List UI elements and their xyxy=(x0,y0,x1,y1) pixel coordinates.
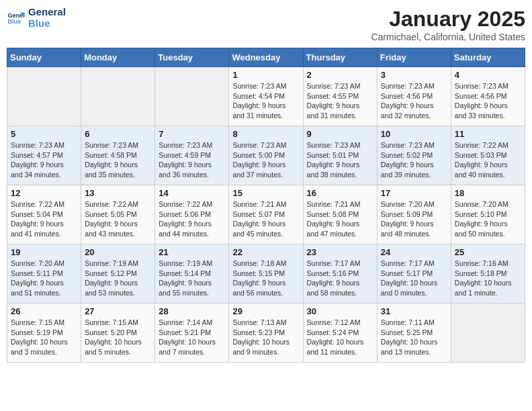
calendar-body: 1Sunrise: 7:23 AMSunset: 4:54 PMDaylight… xyxy=(7,67,525,363)
calendar-cell: 25Sunrise: 7:16 AMSunset: 5:18 PMDayligh… xyxy=(451,244,525,304)
day-number: 9 xyxy=(307,129,373,139)
calendar-cell: 8Sunrise: 7:23 AMSunset: 5:00 PMDaylight… xyxy=(229,126,303,185)
calendar-cell xyxy=(7,67,81,126)
calendar-cell: 30Sunrise: 7:12 AMSunset: 5:24 PMDayligh… xyxy=(303,304,377,363)
day-number: 16 xyxy=(307,188,373,198)
day-info: Sunrise: 7:23 AMSunset: 4:55 PMDaylight:… xyxy=(307,81,373,121)
calendar-week-row: 26Sunrise: 7:15 AMSunset: 5:19 PMDayligh… xyxy=(7,304,525,363)
day-number: 26 xyxy=(11,306,77,316)
calendar-cell: 9Sunrise: 7:23 AMSunset: 5:01 PMDaylight… xyxy=(303,126,377,185)
day-number: 28 xyxy=(159,306,225,316)
calendar-week-row: 12Sunrise: 7:22 AMSunset: 5:04 PMDayligh… xyxy=(7,185,525,244)
calendar-cell: 16Sunrise: 7:21 AMSunset: 5:08 PMDayligh… xyxy=(303,185,377,244)
weekday-header: Friday xyxy=(377,48,451,67)
calendar-cell: 10Sunrise: 7:23 AMSunset: 5:02 PMDayligh… xyxy=(377,126,451,185)
day-info: Sunrise: 7:20 AMSunset: 5:10 PMDaylight:… xyxy=(455,199,521,239)
day-info: Sunrise: 7:23 AMSunset: 5:02 PMDaylight:… xyxy=(381,140,447,180)
page-header: General Blue General Blue January 2025 C… xyxy=(7,7,525,42)
day-info: Sunrise: 7:22 AMSunset: 5:05 PMDaylight:… xyxy=(85,199,151,239)
calendar-cell: 29Sunrise: 7:13 AMSunset: 5:23 PMDayligh… xyxy=(229,304,303,363)
day-info: Sunrise: 7:22 AMSunset: 5:04 PMDaylight:… xyxy=(11,199,77,239)
day-info: Sunrise: 7:18 AMSunset: 5:15 PMDaylight:… xyxy=(232,259,299,298)
day-number: 24 xyxy=(381,247,447,257)
day-number: 14 xyxy=(159,188,225,198)
day-number: 4 xyxy=(455,70,521,80)
day-info: Sunrise: 7:23 AMSunset: 4:57 PMDaylight:… xyxy=(11,140,77,180)
calendar-cell: 24Sunrise: 7:17 AMSunset: 5:17 PMDayligh… xyxy=(377,244,451,304)
calendar-cell: 31Sunrise: 7:11 AMSunset: 5:25 PMDayligh… xyxy=(377,304,451,363)
day-number: 17 xyxy=(381,188,447,198)
calendar-cell xyxy=(155,67,229,126)
day-number: 27 xyxy=(85,306,151,316)
calendar-cell: 15Sunrise: 7:21 AMSunset: 5:07 PMDayligh… xyxy=(229,185,303,244)
day-number: 22 xyxy=(232,247,299,257)
location: Carmichael, California, United States xyxy=(371,32,525,42)
day-number: 1 xyxy=(232,70,299,80)
calendar-cell: 12Sunrise: 7:22 AMSunset: 5:04 PMDayligh… xyxy=(7,185,81,244)
day-number: 5 xyxy=(11,129,77,139)
calendar-cell: 3Sunrise: 7:23 AMSunset: 4:56 PMDaylight… xyxy=(377,67,451,126)
day-info: Sunrise: 7:23 AMSunset: 4:59 PMDaylight:… xyxy=(159,140,225,180)
day-info: Sunrise: 7:23 AMSunset: 5:00 PMDaylight:… xyxy=(232,140,299,180)
calendar-cell: 20Sunrise: 7:19 AMSunset: 5:12 PMDayligh… xyxy=(81,244,155,304)
day-number: 20 xyxy=(85,247,151,257)
calendar-cell: 21Sunrise: 7:19 AMSunset: 5:14 PMDayligh… xyxy=(155,244,229,304)
weekday-header: Sunday xyxy=(7,48,81,67)
day-info: Sunrise: 7:14 AMSunset: 5:21 PMDaylight:… xyxy=(159,318,225,357)
day-number: 7 xyxy=(159,129,225,139)
day-number: 19 xyxy=(11,247,77,257)
day-number: 10 xyxy=(381,129,447,139)
calendar-cell: 13Sunrise: 7:22 AMSunset: 5:05 PMDayligh… xyxy=(81,185,155,244)
calendar-cell: 5Sunrise: 7:23 AMSunset: 4:57 PMDaylight… xyxy=(7,126,81,185)
logo-blue: Blue xyxy=(28,18,66,30)
day-info: Sunrise: 7:19 AMSunset: 5:12 PMDaylight:… xyxy=(85,259,151,298)
calendar-cell: 6Sunrise: 7:23 AMSunset: 4:58 PMDaylight… xyxy=(81,126,155,185)
day-info: Sunrise: 7:20 AMSunset: 5:09 PMDaylight:… xyxy=(381,199,447,239)
calendar-week-row: 1Sunrise: 7:23 AMSunset: 4:54 PMDaylight… xyxy=(7,67,525,126)
day-number: 12 xyxy=(11,188,77,198)
calendar-cell: 26Sunrise: 7:15 AMSunset: 5:19 PMDayligh… xyxy=(7,304,81,363)
weekday-row: SundayMondayTuesdayWednesdayThursdayFrid… xyxy=(7,48,525,67)
day-info: Sunrise: 7:23 AMSunset: 5:01 PMDaylight:… xyxy=(307,140,373,180)
weekday-header: Saturday xyxy=(451,48,525,67)
day-number: 18 xyxy=(455,188,521,198)
calendar-table: SundayMondayTuesdayWednesdayThursdayFrid… xyxy=(7,48,525,363)
calendar-cell: 1Sunrise: 7:23 AMSunset: 4:54 PMDaylight… xyxy=(229,67,303,126)
day-info: Sunrise: 7:19 AMSunset: 5:14 PMDaylight:… xyxy=(159,259,225,298)
calendar-header: SundayMondayTuesdayWednesdayThursdayFrid… xyxy=(7,48,525,67)
calendar-cell: 11Sunrise: 7:22 AMSunset: 5:03 PMDayligh… xyxy=(451,126,525,185)
day-info: Sunrise: 7:23 AMSunset: 4:56 PMDaylight:… xyxy=(381,81,447,121)
day-info: Sunrise: 7:23 AMSunset: 4:56 PMDaylight:… xyxy=(455,81,521,121)
day-info: Sunrise: 7:22 AMSunset: 5:03 PMDaylight:… xyxy=(455,140,521,180)
day-number: 2 xyxy=(307,70,373,80)
day-info: Sunrise: 7:15 AMSunset: 5:20 PMDaylight:… xyxy=(85,318,151,357)
weekday-header: Tuesday xyxy=(155,48,229,67)
calendar-cell: 2Sunrise: 7:23 AMSunset: 4:55 PMDaylight… xyxy=(303,67,377,126)
day-number: 3 xyxy=(381,70,447,80)
calendar-cell: 4Sunrise: 7:23 AMSunset: 4:56 PMDaylight… xyxy=(451,67,525,126)
calendar-cell xyxy=(451,304,525,363)
day-info: Sunrise: 7:23 AMSunset: 4:54 PMDaylight:… xyxy=(232,81,299,121)
weekday-header: Thursday xyxy=(303,48,377,67)
day-number: 6 xyxy=(85,129,151,139)
day-number: 29 xyxy=(232,306,299,316)
logo: General Blue General Blue xyxy=(7,7,66,29)
day-info: Sunrise: 7:16 AMSunset: 5:18 PMDaylight:… xyxy=(455,259,521,298)
day-info: Sunrise: 7:21 AMSunset: 5:08 PMDaylight:… xyxy=(307,199,373,239)
day-number: 8 xyxy=(232,129,299,139)
day-number: 25 xyxy=(455,247,521,257)
calendar-week-row: 19Sunrise: 7:20 AMSunset: 5:11 PMDayligh… xyxy=(7,244,525,304)
title-block: January 2025 Carmichael, California, Uni… xyxy=(371,7,525,42)
day-info: Sunrise: 7:17 AMSunset: 5:17 PMDaylight:… xyxy=(381,259,447,298)
day-info: Sunrise: 7:23 AMSunset: 4:58 PMDaylight:… xyxy=(85,140,151,180)
day-info: Sunrise: 7:22 AMSunset: 5:06 PMDaylight:… xyxy=(159,199,225,239)
day-number: 23 xyxy=(307,247,373,257)
calendar-cell: 22Sunrise: 7:18 AMSunset: 5:15 PMDayligh… xyxy=(229,244,303,304)
calendar-week-row: 5Sunrise: 7:23 AMSunset: 4:57 PMDaylight… xyxy=(7,126,525,185)
calendar-cell: 27Sunrise: 7:15 AMSunset: 5:20 PMDayligh… xyxy=(81,304,155,363)
day-number: 13 xyxy=(85,188,151,198)
calendar-cell: 7Sunrise: 7:23 AMSunset: 4:59 PMDaylight… xyxy=(155,126,229,185)
calendar-cell: 23Sunrise: 7:17 AMSunset: 5:16 PMDayligh… xyxy=(303,244,377,304)
day-number: 30 xyxy=(307,306,373,316)
weekday-header: Monday xyxy=(81,48,155,67)
